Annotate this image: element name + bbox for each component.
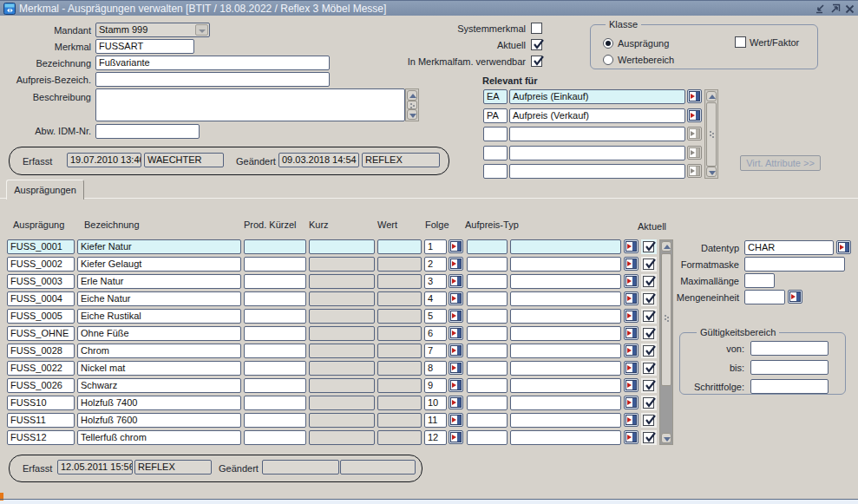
cell-aufpreis-typ-code[interactable]: [467, 396, 508, 410]
relevant-name-field[interactable]: [509, 146, 685, 160]
cell-aufpreis-typ-code[interactable]: [467, 430, 508, 445]
cell-bezeichnung[interactable]: Erle Natur: [77, 274, 241, 289]
minimize-icon[interactable]: [815, 3, 826, 15]
aktuell-checkbox[interactable]: [643, 380, 654, 391]
cell-auspraegung[interactable]: FUSS_0005: [7, 309, 75, 324]
cell-prod-kuerzel[interactable]: [244, 326, 306, 341]
aktuell-checkbox[interactable]: [643, 259, 654, 270]
relevant-code-field[interactable]: [483, 164, 508, 179]
relevant-code-field[interactable]: [483, 146, 508, 160]
systemmerkmal-checkbox[interactable]: [531, 23, 542, 34]
cell-prod-kuerzel[interactable]: [244, 378, 306, 393]
cell-bezeichnung[interactable]: Holzfuß 7400: [77, 396, 241, 410]
cell-aufpreis-typ-name[interactable]: [510, 430, 621, 445]
cell-aufpreis-typ-name[interactable]: [510, 413, 621, 428]
lov-icon[interactable]: [624, 396, 639, 409]
cell-auspraegung[interactable]: FUSS_0001: [7, 239, 75, 254]
cell-bezeichnung[interactable]: Chrom: [77, 344, 241, 358]
aktuell-checkbox[interactable]: [643, 397, 654, 409]
cell-aufpreis-typ-name[interactable]: [510, 378, 621, 393]
cell-aufpreis-typ-name[interactable]: [510, 257, 621, 272]
scroll-thumb[interactable]: [706, 102, 717, 167]
cell-prod-kuerzel[interactable]: [244, 274, 306, 289]
schrittfolge-field[interactable]: [750, 379, 829, 394]
lov-icon[interactable]: [449, 378, 463, 392]
cell-bezeichnung[interactable]: Kiefer Natur: [77, 239, 241, 254]
lov-icon[interactable]: [449, 257, 463, 271]
cell-bezeichnung[interactable]: Tellerfuß chrom: [77, 430, 241, 445]
aktuell-checkbox[interactable]: [643, 345, 654, 357]
wert-faktor-checkbox[interactable]: [735, 36, 746, 48]
cell-prod-kuerzel[interactable]: [244, 344, 306, 358]
relevant-name-field[interactable]: [509, 127, 685, 141]
cell-folge[interactable]: 3: [424, 274, 447, 289]
cell-bezeichnung[interactable]: Kiefer Gelaugt: [77, 257, 241, 272]
cell-auspraegung[interactable]: FUSS10: [7, 396, 75, 410]
cell-auspraegung[interactable]: FUSS_0026: [7, 378, 75, 393]
relevant-code-field[interactable]: PA: [483, 108, 508, 123]
cell-aufpreis-typ-name[interactable]: [510, 274, 621, 289]
cell-aufpreis-typ-code[interactable]: [467, 344, 508, 358]
virt-attribute-button[interactable]: Virt. Attribute >>: [740, 155, 821, 171]
scroll-down-button[interactable]: [407, 109, 417, 120]
cell-aufpreis-typ-code[interactable]: [467, 361, 508, 376]
lov-icon[interactable]: [449, 361, 463, 375]
scroll-thumb[interactable]: [407, 101, 417, 109]
close-icon[interactable]: [844, 3, 855, 15]
cell-folge[interactable]: 4: [424, 291, 447, 306]
lov-icon[interactable]: [624, 344, 639, 357]
cell-aufpreis-typ-code[interactable]: [467, 274, 508, 289]
lov-icon[interactable]: [624, 326, 639, 340]
relevant-name-field[interactable]: Aufpreis (Einkauf): [509, 89, 685, 104]
lov-icon[interactable]: [624, 361, 639, 375]
lov-icon[interactable]: [624, 309, 639, 323]
aktuell-checkbox[interactable]: [643, 311, 654, 322]
auspraegung-radio[interactable]: [603, 38, 613, 49]
merkmal-field[interactable]: FUSSART: [95, 39, 194, 54]
scroll-thumb[interactable]: [661, 253, 671, 386]
cell-auspraegung[interactable]: FUSS_0028: [7, 344, 75, 358]
beschreibung-field[interactable]: [95, 88, 405, 121]
aktuell-checkbox[interactable]: [643, 328, 654, 339]
scroll-up-button[interactable]: [407, 90, 417, 101]
lov-icon[interactable]: [624, 257, 639, 271]
cell-auspraegung[interactable]: FUSS_0003: [7, 274, 75, 289]
aufpreis-bezeich-field[interactable]: [95, 72, 330, 87]
cell-bezeichnung[interactable]: Schwarz: [77, 378, 241, 393]
cell-folge[interactable]: 11: [424, 413, 447, 428]
cell-prod-kuerzel[interactable]: [244, 309, 306, 324]
cell-bezeichnung[interactable]: Ohne Füße: [77, 326, 241, 341]
cell-aufpreis-typ-name[interactable]: [510, 309, 621, 324]
cell-aufpreis-typ-name[interactable]: [510, 396, 621, 410]
lov-icon[interactable]: [449, 344, 463, 357]
cell-aufpreis-typ-code[interactable]: [467, 257, 508, 272]
beschreibung-scrollbar[interactable]: [405, 88, 419, 121]
scroll-track[interactable]: [661, 386, 671, 432]
cell-aufpreis-typ-code[interactable]: [467, 413, 508, 428]
lov-icon[interactable]: [449, 274, 463, 288]
cell-prod-kuerzel[interactable]: [244, 413, 306, 428]
cell-folge[interactable]: 12: [424, 430, 447, 445]
lov-icon[interactable]: [449, 396, 463, 409]
datentyp-field[interactable]: CHAR: [744, 240, 834, 255]
cell-bezeichnung[interactable]: Eiche Rustikal: [77, 309, 241, 324]
aktuell-checkbox[interactable]: [643, 276, 654, 287]
wertebereich-radio[interactable]: [603, 55, 613, 65]
cell-folge[interactable]: 8: [424, 361, 447, 376]
scroll-down-button[interactable]: [706, 167, 717, 177]
cell-aufpreis-typ-name[interactable]: [510, 344, 621, 358]
cell-aufpreis-typ-code[interactable]: [467, 291, 508, 306]
lov-icon[interactable]: [449, 291, 463, 305]
cell-folge[interactable]: 5: [424, 309, 447, 324]
aktuell-checkbox[interactable]: [643, 363, 654, 374]
scroll-up-button[interactable]: [706, 91, 717, 101]
cell-aufpreis-typ-name[interactable]: [510, 326, 621, 341]
lov-icon[interactable]: [449, 239, 463, 253]
aktuell-checkbox[interactable]: [643, 415, 654, 426]
cell-auspraegung[interactable]: FUSS11: [7, 413, 75, 428]
cell-bezeichnung[interactable]: Holzfuß 7600: [77, 413, 241, 428]
mandant-combo[interactable]: Stamm 999: [95, 23, 210, 37]
merkmalfam-checkbox[interactable]: [531, 56, 542, 67]
abw-idm-field[interactable]: [95, 124, 200, 139]
lov-icon[interactable]: [449, 430, 463, 444]
